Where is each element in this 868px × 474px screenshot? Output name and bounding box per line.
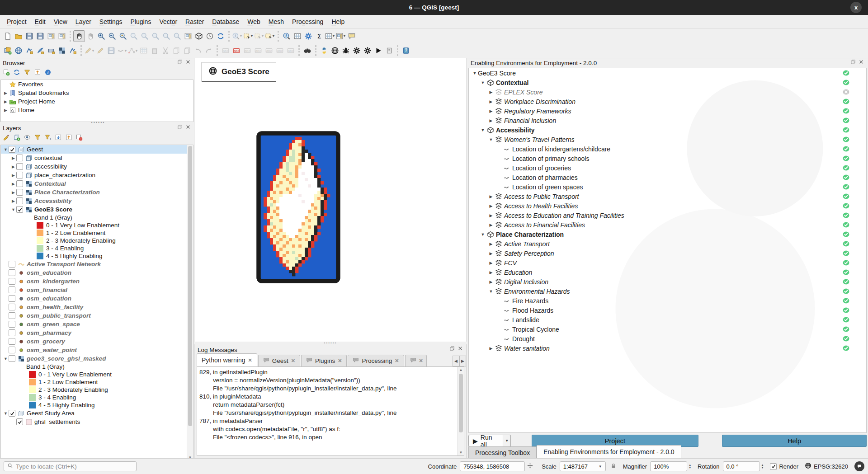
vertex-tool-button[interactable]: ▼ (127, 45, 138, 56)
layer-row-place_characterization[interactable]: ▶ place_characterization (1, 171, 193, 179)
geest-tree-item-environmental-hazards[interactable]: ▼ Environmental Hazards (469, 286, 866, 296)
layer-row-geoe3-score[interactable]: ▼ GeoE3 Score (1, 205, 193, 214)
save-project-button[interactable] (24, 31, 35, 42)
layer-checkbox[interactable] (9, 338, 15, 345)
geest-tree-item-location-of-green-spaces[interactable]: Location of green spaces (469, 182, 866, 192)
layer-row-osm_education[interactable]: osm_education (1, 268, 193, 277)
layer-row-geoe3_score_ghsl_masked[interactable]: ▼ geoe3_score_ghsl_masked (1, 354, 193, 363)
run-all-dropdown[interactable]: ▼ (503, 435, 510, 447)
browser-item-spatial-bookmarks[interactable]: ▶ Spatial Bookmarks (1, 89, 193, 97)
dock-tab-processing-toolbox[interactable]: Processing Toolbox (468, 446, 537, 459)
menu-database[interactable]: Database (208, 16, 243, 27)
run-model-button[interactable] (373, 45, 384, 56)
geest-tree-item-fire-hazards[interactable]: Fire Hazards (469, 296, 866, 305)
redo-button[interactable] (203, 45, 214, 56)
layer-checkbox[interactable] (9, 278, 15, 285)
add-selected-layers-button[interactable] (3, 69, 10, 78)
layer-row-active-transport-network[interactable]: Active Transport Network (1, 260, 193, 268)
zoom-to-layer-button[interactable] (139, 31, 150, 42)
add-group-button[interactable] (13, 134, 20, 143)
menu-view[interactable]: View (50, 16, 71, 27)
delete-selected-button[interactable] (149, 45, 160, 56)
layer-row-accessibility[interactable]: ▶ Accessibility (1, 197, 193, 205)
browser-item-favorites[interactable]: Favorites (1, 80, 193, 89)
temporal-controller-button[interactable] (204, 31, 215, 42)
current-edits-button[interactable]: ▼ (84, 45, 95, 56)
collapse-all-button[interactable] (65, 134, 72, 143)
panel-close-icon[interactable] (457, 345, 463, 352)
add-virtual-layer-button[interactable] (67, 45, 78, 56)
map-canvas[interactable]: GeoE3 Score (194, 58, 467, 342)
geest-tree-item-water-sanitation[interactable]: ▶ Water sanitation (469, 343, 866, 353)
menu-project[interactable]: Project (3, 16, 31, 27)
panel-float-icon[interactable] (177, 124, 183, 130)
toggle-editing-button[interactable] (95, 45, 106, 56)
layer-checkbox[interactable] (9, 286, 15, 293)
render-checkbox[interactable] (770, 463, 777, 470)
messages-button[interactable] (854, 461, 864, 471)
geest-tree-item-tropical-cyclone[interactable]: Tropical Cyclone (469, 324, 866, 334)
label-highlight-button[interactable]: abc (231, 45, 242, 56)
rotation-spin-arrows[interactable]: ▲▼ (761, 464, 764, 469)
label-change-button[interactable]: abc (285, 45, 296, 56)
map-tips-button[interactable] (346, 31, 357, 42)
layer-row-osm_green_space[interactable]: osm_green_space (1, 320, 193, 329)
tab-scroll-left[interactable]: ◀ (453, 356, 459, 366)
menu-processing[interactable]: Processing (288, 16, 327, 27)
open-layer-styling-button[interactable] (3, 134, 10, 143)
tab-scroll-right[interactable]: ▶ (459, 356, 466, 366)
sum-statistics-button[interactable]: Σ (314, 31, 325, 42)
dock-tab-enabling-environments-for-employment-2-0-0[interactable]: Enabling Environments for Employment - 2… (537, 445, 681, 459)
locate-search-box[interactable]: Type to locate (Ctrl+K) (4, 461, 137, 471)
panel-float-icon[interactable] (850, 59, 856, 65)
undo-button[interactable] (193, 45, 203, 56)
layer-row-contextual[interactable]: ▶ Contextual (1, 179, 193, 188)
scroll-up-arrow[interactable]: ▲ (458, 367, 464, 373)
layer-row-osm_health_facility[interactable]: osm_health_facility (1, 303, 193, 311)
geest-tree-item-access-to-public-transport[interactable]: ▶ Access to Public Transport (469, 192, 866, 201)
lock-icon[interactable] (610, 463, 617, 470)
pan-to-selection-button[interactable] (85, 31, 96, 42)
layer-checkbox[interactable] (9, 295, 15, 302)
field-calculator-button[interactable]: ▼ (335, 31, 346, 42)
menu-web[interactable]: Web (243, 16, 264, 27)
layer-checkbox[interactable] (16, 206, 23, 213)
help-button[interactable]: Help (722, 435, 867, 447)
geest-tree-item-flood-hazards[interactable]: Flood Hazards (469, 305, 866, 315)
zoom-last-button[interactable] (161, 31, 172, 42)
measure-button[interactable]: i (281, 31, 292, 42)
open-project-button[interactable] (13, 31, 24, 42)
close-tab-icon[interactable]: ✕ (291, 358, 295, 364)
attribute-table-button[interactable]: ▼ (325, 31, 335, 42)
geest-tree-item-place-characterization[interactable]: ▼ Place Characterization (469, 230, 866, 239)
geest-tree-item-landslide[interactable]: Landslide (469, 315, 866, 324)
layer-checkbox[interactable] (9, 146, 15, 153)
panel-close-icon[interactable] (858, 59, 864, 65)
menu-raster[interactable]: Raster (181, 16, 208, 27)
add-raster-layer-button[interactable] (24, 45, 35, 56)
osm-place-search-button[interactable] (302, 45, 313, 56)
refresh-browser-button[interactable] (13, 69, 20, 78)
new-3d-map-view-button[interactable] (193, 31, 204, 42)
layer-checkbox[interactable] (16, 155, 23, 161)
geest-tree-item-women-s-travel-patterns[interactable]: ▼ Women's Travel Patterns (469, 135, 866, 144)
zoom-full-button[interactable] (118, 31, 128, 42)
modify-attributes-button[interactable] (138, 45, 149, 56)
deselect-features-button[interactable]: ▼ (254, 31, 264, 42)
geest-tree-item-regulatory-frameworks[interactable]: ▶ Regulatory Frameworks (469, 106, 866, 116)
geest-tree-item-drought[interactable]: Drought (469, 334, 866, 343)
menu-edit[interactable]: Edit (31, 16, 50, 27)
expand-all-button[interactable] (55, 134, 62, 143)
layer-checkbox[interactable] (9, 261, 15, 268)
menu-help[interactable]: Help (327, 16, 349, 27)
geest-globe-button[interactable] (330, 45, 340, 56)
filter-by-expression-button[interactable]: ε (44, 134, 52, 143)
extent-icon[interactable] (527, 462, 533, 470)
add-delimited-text-button[interactable] (46, 45, 57, 56)
select-by-expression-button[interactable]: ▼ (264, 31, 275, 42)
layer-checkbox[interactable] (9, 304, 15, 310)
layer-row-geest-study-area[interactable]: ▼ Geest Study Area (1, 409, 193, 418)
layer-checkbox[interactable] (16, 163, 23, 170)
close-tab-icon[interactable]: ✕ (248, 357, 252, 363)
layer-checkbox[interactable] (16, 180, 23, 187)
